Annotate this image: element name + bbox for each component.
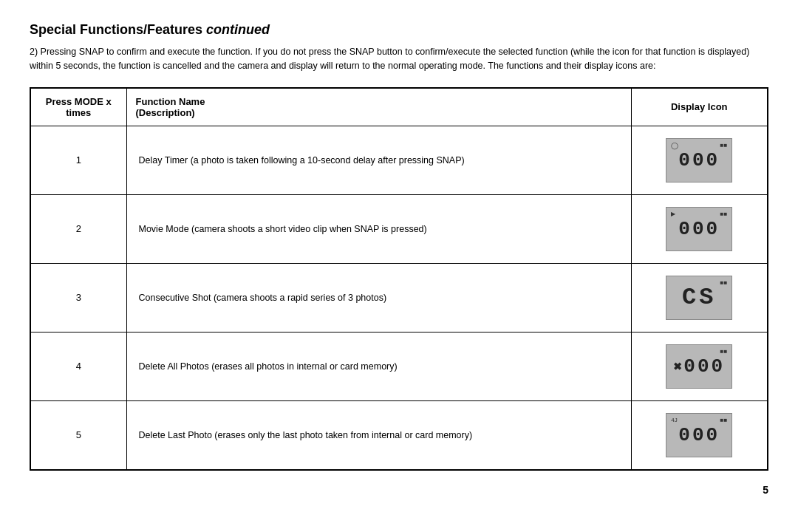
page-title: Special Functions/Features continued [30,22,768,38]
icon-display: ■■ CS [644,273,756,323]
header-function: Function Name (Description) [126,88,631,126]
header-mode-label: Press MODE x times [46,96,112,118]
header-function-name: Function Name [136,96,622,107]
icon-display: ▶ ■■ 000 [644,204,756,254]
icon-display: 4J ■■ 000 [644,410,756,460]
lcd-top-left-num: 4J [671,417,677,423]
header-icon-label: Display Icon [671,101,728,112]
table-row: 4 Delete All Photos (erases all photos i… [30,332,768,400]
function-description: Delete All Photos (erases all photos in … [126,332,631,400]
lcd-icon-1: ◯ ■■ 000 [666,138,732,183]
page-number: 5 [30,484,768,496]
mode-number: 2 [30,194,126,263]
function-text: Delete All Photos (erases all photos in … [139,361,398,372]
lcd-digits: 000 [678,151,720,170]
functions-table: Press MODE x times Function Name (Descri… [30,87,768,471]
lcd-icon-3: ■■ CS [666,276,732,320]
lcd-top-right-icons: ■■ [720,279,728,286]
table-row: 2 Movie Mode (camera shoots a short vide… [30,194,768,263]
mode-value: 3 [76,292,81,303]
table-row: 1 Delay Timer (a photo is taken followin… [30,126,768,194]
lcd-digits: 000 [678,219,720,239]
icon-cell: ▶ ■■ 000 [631,194,768,263]
icon-cell: ◯ ■■ 000 [631,126,768,194]
lcd-top-left-icon: ◯ [671,142,678,149]
lcd-top-right-icons: ■■ [720,211,728,217]
function-description: Consecutive Shot (camera shoots a rapid … [126,263,631,332]
header-mode: Press MODE x times [30,88,126,126]
function-description: Delay Timer (a photo is taken following … [126,126,631,194]
icon-cell: ■■ CS [631,263,768,332]
function-text: Delay Timer (a photo is taken following … [139,155,465,166]
mode-value: 2 [76,223,81,234]
lcd-top-right-icons: ■■ [720,417,728,423]
mode-value: 4 [76,361,81,372]
lcd-top-right-icons: ■■ [720,348,728,355]
mode-number: 3 [30,263,126,332]
title-main: Special Functions/Features [30,22,202,37]
lcd-icon-2: ▶ ■■ 000 [666,207,732,251]
lcd-digits: 000 [678,426,720,445]
delete-icon: ✖ [673,361,682,372]
lcd-icon-5: 4J ■■ 000 [666,413,732,457]
mode-value: 1 [76,154,81,166]
function-description: Movie Mode (camera shoots a short video … [126,194,631,263]
lcd-cs-text: CS [682,286,716,310]
icon-display: ■■ ✖ 000 [644,341,756,392]
lcd-digits: 000 [683,357,725,376]
function-text: Delete Last Photo (erases only the last … [139,430,473,440]
lcd-icon-4: ■■ ✖ 000 [666,344,732,389]
icon-cell: ■■ ✖ 000 [631,332,768,400]
mode-value: 5 [76,429,81,440]
header-function-desc: (Description) [136,107,622,118]
lcd-movie-icon: ▶ [671,211,675,217]
mode-number: 4 [30,332,126,400]
intro-paragraph: 2) Pressing SNAP to confirm and execute … [30,45,768,74]
header-icon: Display Icon [631,88,768,126]
table-row: 5 Delete Last Photo (erases only the las… [30,400,768,470]
lcd-content: ✖ 000 [673,357,725,376]
function-text: Consecutive Shot (camera shoots a rapid … [139,293,387,303]
mode-number: 5 [30,400,126,470]
icon-cell: 4J ■■ 000 [631,400,768,470]
lcd-top-right-icons: ■■ [720,142,728,149]
function-description: Delete Last Photo (erases only the last … [126,400,631,470]
title-continued: continued [206,22,270,37]
mode-number: 1 [30,126,126,194]
icon-display: ◯ ■■ 000 [644,135,756,185]
function-text: Movie Mode (camera shoots a short video … [139,224,427,234]
table-row: 3 Consecutive Shot (camera shoots a rapi… [30,263,768,332]
